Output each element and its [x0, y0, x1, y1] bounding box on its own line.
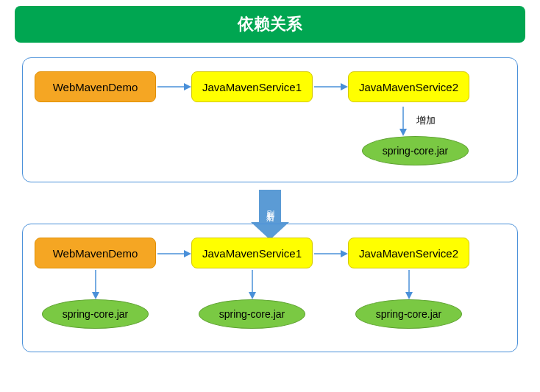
- svg-marker-5: [399, 129, 407, 136]
- svg-marker-13: [341, 250, 348, 257]
- svg-marker-9: [184, 250, 191, 257]
- box-service1: JavaMavenService1: [191, 238, 313, 268]
- arrow-icon: [156, 79, 191, 94]
- before-panel: WebMavenDemo JavaMavenService1 JavaMaven…: [22, 57, 518, 182]
- jar-spring-core: spring-core.jar: [362, 136, 469, 165]
- svg-marker-15: [405, 292, 413, 299]
- box-webmaven: WebMavenDemo: [35, 71, 156, 102]
- before-row: WebMavenDemo JavaMavenService1 JavaMaven…: [35, 71, 505, 102]
- svg-marker-3: [341, 83, 348, 90]
- diagram-title: 依赖关系: [15, 6, 525, 43]
- jar-spring-core: spring-core.jar: [199, 299, 305, 329]
- arrow-icon: [313, 79, 348, 94]
- jar-spring-core: spring-core.jar: [355, 299, 462, 329]
- box-service1: JavaMavenService1: [191, 71, 313, 102]
- svg-marker-1: [184, 83, 191, 90]
- box-service2: JavaMavenService2: [348, 238, 469, 268]
- transition-label: 刷新后: [259, 190, 281, 222]
- down-arrow-icon: [88, 268, 103, 299]
- svg-marker-11: [249, 292, 256, 299]
- svg-marker-7: [92, 292, 99, 299]
- add-label: 增加: [416, 114, 436, 127]
- jar-spring-core: spring-core.jar: [42, 299, 149, 329]
- after-panel: WebMavenDemo spring-core.jar JavaMavenSe…: [22, 224, 518, 352]
- after-row: WebMavenDemo spring-core.jar JavaMavenSe…: [35, 238, 505, 329]
- down-arrow-icon: [245, 268, 260, 299]
- box-webmaven: WebMavenDemo: [35, 238, 156, 268]
- add-dependency-col: 增加 spring-core.jar: [362, 105, 469, 165]
- arrow-icon: [156, 246, 191, 261]
- arrow-icon: [313, 246, 348, 261]
- down-arrow-icon: [396, 105, 411, 136]
- box-service2: JavaMavenService2: [348, 71, 469, 102]
- down-arrow-icon: [402, 268, 416, 299]
